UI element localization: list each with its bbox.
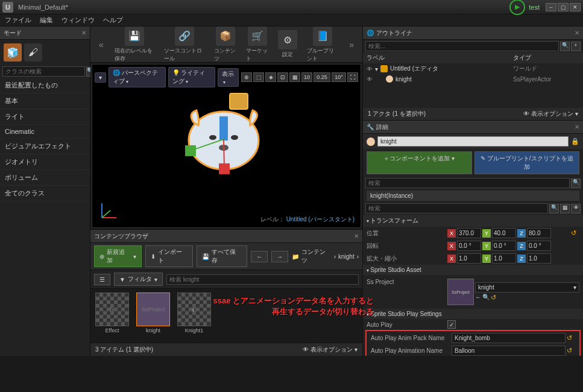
nav-forward-button[interactable]: → (271, 251, 288, 262)
menu-window[interactable]: ウィンドウ (61, 16, 95, 25)
viewport-options-button[interactable]: ▾ (95, 72, 106, 83)
paint-mode-button[interactable]: 🖌 (24, 43, 42, 62)
toolbar-scroll-left[interactable]: « (95, 40, 107, 49)
toolbar-settings[interactable]: ⚙設定 (276, 29, 300, 60)
close-icon[interactable]: ✕ (575, 124, 579, 130)
blueprint-button[interactable]: ✎ ブループリント/スクリプトを追加 (474, 151, 580, 174)
reset-icon[interactable]: ↺ (567, 347, 575, 355)
asset-thumb[interactable]: fxEffect (94, 292, 130, 334)
outliner-row[interactable]: 👁▾ Untitled (エディタワールド (363, 63, 583, 74)
reset-icon[interactable]: ↺ (567, 334, 575, 343)
modes-tab[interactable]: モード ✕ (0, 27, 90, 40)
add-component-button[interactable]: ＋コンポーネントを追加 ▾ (367, 151, 472, 174)
asset-thumb[interactable]: ◐Knight1 (176, 292, 212, 334)
reset-icon[interactable]: ↺ (571, 229, 579, 238)
close-icon[interactable]: ✕ (575, 30, 579, 36)
section-transform[interactable]: トランスフォーム (363, 215, 583, 227)
viewport-tool-icon[interactable]: ◈ (265, 72, 276, 82)
autoplay-checkbox[interactable]: ✓ (447, 320, 456, 329)
outliner-row[interactable]: 👁knightSsPlayerActor (363, 74, 583, 84)
reset-icon[interactable]: ↺ (491, 294, 499, 302)
category-item[interactable]: Cinematic (0, 125, 90, 139)
search-icon[interactable]: 🔍 (571, 179, 581, 188)
nav-back-button[interactable]: ← (251, 251, 268, 262)
toolbar-save[interactable]: 💾現在のレベルを保存 (112, 25, 157, 64)
outliner-tab[interactable]: 🌐アウトライナ✕ (363, 27, 583, 40)
details-search-input[interactable] (365, 203, 548, 213)
search-icon[interactable]: 🔍 (560, 42, 570, 51)
toolbar-blueprint[interactable]: 📘ブループリント (304, 25, 341, 64)
show-button[interactable]: 表示▾ (218, 68, 239, 87)
section-play-settings[interactable]: Sprite Studio Play Settings (363, 309, 583, 319)
toolbar-market[interactable]: 🛒マーケット (244, 25, 271, 64)
view-options-button[interactable]: 👁 表示オプション ▾ (523, 110, 578, 118)
sources-toggle-button[interactable]: ☰ (94, 274, 110, 285)
menu-help[interactable]: ヘルプ (103, 16, 123, 25)
place-mode-button[interactable]: 🧊 (4, 43, 22, 62)
pack-name-input[interactable] (452, 333, 566, 343)
close-icon[interactable]: ✕ (354, 233, 359, 239)
folder-icon[interactable]: 📁 (292, 253, 299, 260)
import-button[interactable]: ⬇ インポート (145, 245, 194, 267)
scale-input[interactable]: XYZ (447, 253, 579, 264)
menu-file[interactable]: ファイル (5, 16, 31, 25)
filter-button[interactable]: ▼ フィルタ ▾ (114, 273, 163, 286)
viewport-tool-icon[interactable]: ⬚ (253, 72, 264, 82)
window-close-button[interactable]: ✕ (570, 3, 581, 11)
category-item[interactable]: 全てのクラス (0, 186, 90, 201)
category-item[interactable]: 最近配置したもの (0, 78, 90, 93)
toolbar-scroll-right[interactable]: » (345, 40, 358, 49)
viewport-tool-icon[interactable]: ⊕ (241, 72, 252, 82)
new-asset-button[interactable]: ⊕ 新規追加 ▾ (94, 245, 142, 267)
maximize-viewport-icon[interactable]: ⛶ (347, 72, 358, 82)
window-maximize-button[interactable]: ▢ (558, 3, 569, 11)
actor-name-input[interactable] (377, 136, 569, 147)
category-item[interactable]: ライト (0, 109, 90, 125)
viewport-speed[interactable]: 10 (301, 72, 312, 82)
viewport-actor-sprite[interactable] (181, 92, 272, 190)
window-minimize-button[interactable]: – (546, 3, 556, 11)
toolbar-source-control[interactable]: 🔗ソースコントロール (162, 25, 207, 64)
anim-name-input[interactable] (452, 346, 566, 356)
menu-edit[interactable]: 編集 (40, 16, 53, 25)
section-asset[interactable]: Sprite Studio Asset (363, 265, 583, 275)
details-tab[interactable]: 🔧詳細✕ (363, 121, 583, 134)
rotation-input[interactable]: XYZ (447, 241, 579, 251)
perspective-button[interactable]: 🌐 パースペクティブ▾ (109, 67, 166, 87)
toolbar-content[interactable]: 📦コンテンツ (212, 25, 239, 64)
location-input[interactable]: XYZ (447, 228, 569, 238)
search-icon[interactable]: 🔍 (549, 204, 559, 213)
visibility-icon[interactable]: 👁 (367, 66, 375, 72)
viewport-tool-icon[interactable]: ⊡ (277, 72, 288, 82)
lock-icon[interactable]: 🔒 (571, 138, 579, 145)
save-all-button[interactable]: 💾 すべて保存 (197, 245, 247, 267)
property-matrix-icon[interactable]: ▦ (560, 204, 570, 213)
breadcrumb-folder[interactable]: knight (338, 253, 355, 260)
component-root[interactable]: knight(Instance) (367, 191, 579, 201)
asset-thumb[interactable]: SsProjectknight (135, 292, 171, 334)
browse-icon[interactable]: 🔍 (482, 294, 490, 302)
use-selected-icon[interactable]: ← (475, 294, 481, 302)
viewport[interactable]: ▾ 🌐 パースペクティブ▾ 💡 ライティング▾ 表示▾ ⊕ ⬚ ◈ ⊡ ▦ 10… (92, 64, 361, 228)
play-badge[interactable]: ▶ (509, 0, 525, 15)
viewport-snap[interactable]: 0.25 (314, 72, 330, 82)
viewport-tool-icon[interactable]: ▦ (289, 72, 300, 82)
component-search-input[interactable] (365, 178, 570, 188)
eye-icon[interactable]: 👁 (571, 204, 581, 213)
asset-thumb-icon[interactable]: SsProject (447, 279, 474, 305)
close-icon[interactable]: ✕ (81, 30, 86, 36)
breadcrumb-root[interactable]: コンテンツ (301, 248, 331, 265)
outliner-search-input[interactable] (365, 41, 559, 51)
content-browser-tab[interactable]: コンテンツブラウザ ✕ (90, 230, 362, 243)
category-item[interactable]: ジオメトリ (0, 154, 90, 170)
category-item[interactable]: ビジュアルエフェクト (0, 139, 90, 154)
viewport-angle[interactable]: 10° (332, 72, 346, 82)
content-search-input[interactable] (166, 274, 359, 285)
category-item[interactable]: ボリューム (0, 170, 90, 186)
add-icon[interactable]: + (571, 42, 581, 51)
visibility-icon[interactable]: 👁 (367, 76, 375, 83)
view-options-button[interactable]: 👁 表示オプション ▾ (303, 346, 358, 354)
category-item[interactable]: 基本 (0, 93, 90, 109)
class-search-input[interactable] (2, 66, 85, 77)
lighting-button[interactable]: 💡 ライティング▾ (168, 67, 216, 87)
